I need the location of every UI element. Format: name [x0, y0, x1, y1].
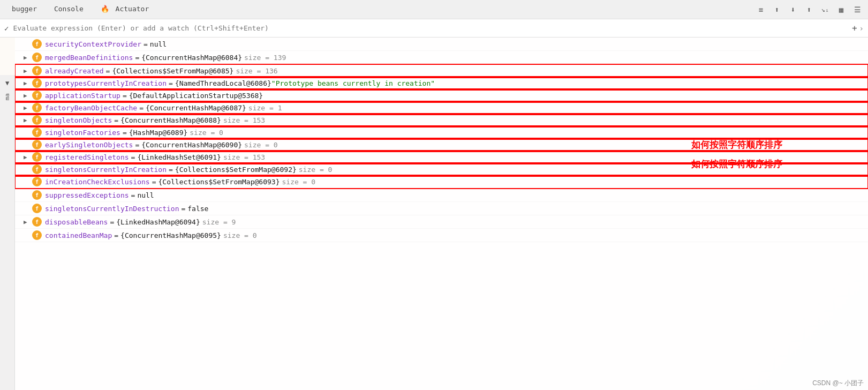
expand-icon — [24, 178, 32, 185]
expand-icon[interactable] — [24, 154, 32, 161]
var-separator: = — [139, 104, 144, 112]
expand-icon[interactable] — [24, 68, 32, 74]
field-badge: f — [32, 217, 42, 227]
annotation-text: 如何按照字符顺序排序 — [691, 139, 782, 151]
var-meta: size = 139 — [244, 54, 286, 62]
tab-actuator-label: Actuator — [116, 5, 149, 13]
var-separator: = — [123, 129, 127, 137]
table-row: f prototypesCurrentlyInCreation = {Named… — [15, 77, 868, 90]
var-separator: = — [106, 67, 110, 75]
var-value: {Collections$SetFromMap@6093} — [158, 178, 280, 186]
var-name: factoryBeanObjectCache — [45, 104, 137, 112]
field-badge: f — [32, 230, 42, 240]
var-name: inCreationCheckExclusions — [45, 178, 150, 186]
field-badge: f — [32, 115, 42, 125]
var-value: null — [137, 191, 154, 199]
var-value: {Collections$SetFromMap@6092} — [175, 166, 297, 174]
table-row: f earlySingletonObjects = {ConcurrentHas… — [15, 138, 868, 152]
expand-icon — [24, 205, 32, 212]
toolbar-step-out-btn[interactable]: ⬆ — [803, 3, 816, 16]
toolbar-grid-btn[interactable]: ▦ — [835, 3, 848, 16]
var-name: singletonFactories — [45, 129, 120, 137]
expand-icon[interactable] — [24, 92, 32, 99]
toolbar-step-over-btn[interactable]: ⬆ — [771, 3, 783, 16]
var-separator: = — [123, 92, 127, 100]
var-meta: size = 0 — [282, 178, 315, 186]
var-value: false — [187, 205, 208, 213]
toolbar-menu-btn[interactable]: ≡ — [754, 3, 767, 16]
var-separator: = — [152, 178, 156, 186]
toolbar-list-btn[interactable]: ☰ — [851, 3, 864, 16]
expand-icon — [24, 192, 32, 199]
tab-console[interactable]: Console — [47, 2, 91, 17]
expand-icon[interactable] — [24, 117, 32, 124]
expression-input[interactable] — [13, 24, 849, 32]
tab-actuator[interactable]: 🔥 Actuator — [93, 2, 156, 17]
var-separator: = — [135, 54, 139, 62]
watermark: CSDN @~ 小团子 — [812, 379, 864, 388]
var-separator: = — [131, 153, 135, 161]
field-badge: f — [32, 128, 42, 137]
expand-icon[interactable] — [24, 104, 32, 111]
var-value: {DefaultApplicationStartup@5368} — [129, 92, 263, 100]
field-badge: f — [32, 140, 42, 149]
table-row: f mergedBeanDefinitions = {ConcurrentHas… — [15, 51, 868, 64]
add-watch-button[interactable]: + — [852, 23, 857, 33]
tab-console-label: Console — [54, 5, 84, 13]
table-row: f alreadyCreated = {Collections$SetFromM… — [15, 64, 868, 78]
sidebar-chevron-icon[interactable]: ▼ — [5, 79, 9, 87]
sidebar-label: ma — [4, 93, 11, 100]
expand-icon — [24, 41, 32, 48]
expand-icon — [24, 232, 32, 239]
expand-icon[interactable] — [24, 54, 32, 61]
expand-icon[interactable] — [24, 219, 32, 226]
field-badge: f — [32, 190, 42, 200]
expand-watch-icon[interactable]: › — [859, 24, 864, 33]
field-badge: f — [32, 91, 42, 100]
var-separator: = — [169, 166, 173, 174]
var-name: disposableBeans — [45, 218, 108, 226]
tab-debugger-label: bugger — [12, 5, 37, 13]
field-badge: f — [32, 66, 42, 76]
var-meta: size = 1 — [248, 104, 282, 112]
var-value: {Collections$SetFromMap@6085} — [112, 67, 233, 75]
var-meta: size = 0 — [244, 141, 278, 149]
toolbar: ≡ ⬆ ⬇ ⬆ ↘ᵢ ▦ ☰ — [754, 3, 864, 16]
var-meta: size = 0 — [299, 166, 333, 174]
expand-icon — [24, 166, 32, 173]
var-value: {ConcurrentHashMap@6090} — [141, 141, 242, 149]
tab-debugger[interactable]: bugger — [4, 2, 44, 17]
field-badge: f — [32, 78, 42, 88]
var-meta: size = 153 — [223, 153, 265, 161]
variables-panel: f securityContextProvider = null f merge… — [15, 38, 868, 390]
table-row: f suppressedExceptions = null — [15, 189, 868, 202]
var-name: singletonsCurrentlyInDestruction — [45, 205, 179, 213]
var-meta: size = 153 — [223, 116, 265, 124]
table-row: f disposableBeans = {LinkedHashMap@6094}… — [15, 215, 868, 229]
tab-bar: bugger Console 🔥 Actuator ≡ ⬆ ⬇ ⬆ ↘ᵢ ▦ ☰ — [0, 0, 868, 19]
var-name: earlySingletonObjects — [45, 141, 133, 149]
var-separator: = — [169, 79, 173, 87]
variables-list: f securityContextProvider = null f merge… — [15, 38, 868, 242]
var-value: {ConcurrentHashMap@6084} — [141, 54, 242, 62]
var-value: {LinkedHashMap@6094} — [116, 218, 200, 226]
field-badge: f — [32, 52, 42, 62]
field-badge: f — [32, 103, 42, 112]
var-meta: size = 9 — [202, 218, 236, 226]
expand-icon — [24, 129, 32, 136]
table-row: f inCreationCheckExclusions = {Collectio… — [15, 175, 868, 189]
var-name: singletonsCurrentlyInCreation — [45, 166, 167, 174]
var-value: null — [150, 40, 167, 48]
expression-bar: ✓ + › — [0, 19, 868, 38]
var-value: {NamedThreadLocal@6086} — [175, 79, 271, 87]
var-value: {HashMap@6089} — [129, 129, 188, 137]
chinese-annotation: 如何按照字符顺序排序 — [691, 158, 782, 170]
field-badge: f — [32, 164, 42, 174]
toolbar-run-to-cursor-btn[interactable]: ↘ᵢ — [819, 3, 832, 16]
expand-icon — [24, 141, 32, 148]
expand-icon[interactable] — [24, 80, 32, 87]
var-value: {ConcurrentHashMap@6088} — [120, 116, 221, 124]
table-row: f singletonFactories = {HashMap@6089} si… — [15, 126, 868, 139]
var-separator: = — [110, 218, 114, 226]
toolbar-step-into-btn[interactable]: ⬇ — [787, 3, 799, 16]
